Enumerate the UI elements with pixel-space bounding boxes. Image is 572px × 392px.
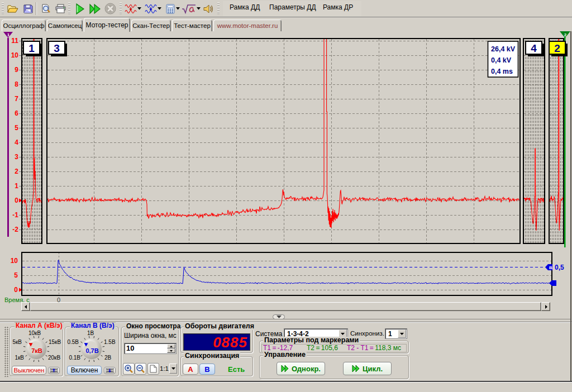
- svg-text:6: 6: [15, 109, 18, 117]
- svg-text:0.5В: 0.5В: [67, 339, 79, 345]
- svg-text:0: 0: [14, 286, 18, 294]
- svg-text:0: 0: [15, 197, 18, 204]
- svg-text:B: B: [549, 265, 552, 270]
- svg-text:1: 1: [7, 32, 10, 37]
- svg-text:1В: 1В: [87, 330, 94, 336]
- svg-text:2В: 2В: [104, 355, 112, 361]
- svg-text:4: 4: [15, 138, 18, 146]
- svg-text:8: 8: [15, 80, 18, 88]
- svg-text:1: 1: [28, 42, 35, 54]
- svg-text:-2: -2: [12, 226, 18, 233]
- svg-text:10: 10: [11, 257, 18, 265]
- svg-text:5: 5: [15, 124, 18, 132]
- svg-text:7кВ: 7кВ: [31, 347, 42, 354]
- svg-text:2: 2: [15, 168, 18, 175]
- svg-text:1.5В: 1.5В: [104, 339, 116, 345]
- svg-text:-1: -1: [12, 211, 18, 219]
- svg-text:0,4 ms: 0,4 ms: [491, 68, 513, 75]
- svg-text:3: 3: [54, 42, 60, 54]
- svg-text:0,7В: 0,7В: [85, 347, 98, 354]
- svg-text:2: 2: [564, 32, 567, 37]
- svg-text:0.1В: 0.1В: [69, 355, 80, 361]
- svg-text:10: 10: [11, 51, 19, 59]
- svg-text:7: 7: [15, 95, 18, 103]
- svg-text:10кВ: 10кВ: [28, 330, 41, 336]
- svg-text:9: 9: [15, 66, 18, 74]
- svg-text:5: 5: [14, 271, 18, 279]
- svg-text:4: 4: [531, 42, 537, 54]
- svg-text:5кВ: 5кВ: [12, 339, 22, 345]
- svg-text:11: 11: [11, 37, 18, 45]
- svg-text:3: 3: [15, 153, 18, 161]
- svg-text:20кВ: 20кВ: [48, 355, 60, 361]
- svg-text:0: 0: [553, 280, 556, 286]
- svg-text:0,5: 0,5: [555, 264, 564, 271]
- svg-text:1кВ: 1кВ: [15, 355, 24, 361]
- svg-text:1: 1: [15, 182, 18, 190]
- svg-text:0,4 kV: 0,4 kV: [491, 56, 512, 64]
- svg-text:15кВ: 15кВ: [49, 339, 61, 345]
- svg-text:26,4 kV: 26,4 kV: [491, 45, 516, 53]
- svg-text:2: 2: [554, 42, 560, 54]
